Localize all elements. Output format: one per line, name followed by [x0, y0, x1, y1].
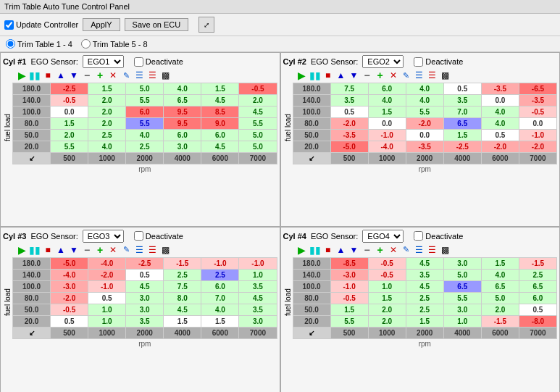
cell-cyl1-2-1[interactable]: 2.0 — [88, 107, 126, 118]
plus-icon[interactable]: + — [375, 70, 386, 81]
plus-icon[interactable]: + — [375, 244, 386, 256]
cell-cyl1-1-4[interactable]: 4.5 — [201, 95, 239, 107]
cell-cyl2-5-3[interactable]: -2.5 — [443, 141, 481, 153]
cell-cyl2-1-2[interactable]: 4.0 — [406, 95, 443, 107]
cell-cyl1-2-3[interactable]: 9.5 — [164, 107, 201, 118]
cell-cyl4-2-1[interactable]: 1.0 — [368, 280, 406, 292]
cell-cyl2-3-5[interactable]: 0.0 — [519, 118, 556, 130]
stop-icon[interactable]: ■ — [322, 70, 334, 81]
cell-cyl2-1-4[interactable]: 0.0 — [481, 95, 519, 107]
cell-cyl1-3-2[interactable]: 5.5 — [126, 118, 164, 130]
pause-icon[interactable]: ▮▮ — [29, 70, 41, 81]
cell-cyl2-2-3[interactable]: 7.0 — [443, 107, 481, 118]
stop-icon[interactable]: ■ — [42, 70, 54, 81]
cell-cyl2-1-5[interactable]: -3.5 — [519, 95, 556, 107]
update-controller-checkbox-label[interactable]: Update Controller — [4, 20, 78, 30]
cell-cyl4-5-4[interactable]: -1.5 — [481, 315, 519, 327]
cell-cyl3-2-5[interactable]: 3.5 — [239, 280, 277, 292]
cell-cyl4-2-2[interactable]: 4.5 — [406, 280, 443, 292]
trim-table-1-4-label[interactable]: Trim Table 1 - 4 — [6, 39, 72, 49]
bars-multi-icon[interactable]: ▩ — [440, 244, 451, 256]
cell-cyl1-1-2[interactable]: 5.5 — [126, 95, 164, 107]
cell-cyl2-0-3[interactable]: 0.5 — [443, 83, 481, 95]
cell-cyl4-1-0[interactable]: -3.0 — [330, 269, 368, 280]
cell-cyl2-3-3[interactable]: 6.5 — [443, 118, 481, 130]
cell-cyl2-4-0[interactable]: -3.5 — [330, 130, 368, 141]
update-controller-checkbox[interactable] — [4, 20, 14, 30]
deactivate-label-cyl3[interactable]: Deactivate — [134, 231, 183, 241]
cell-cyl1-0-3[interactable]: 4.0 — [164, 83, 201, 95]
pencil-icon[interactable]: ✎ — [401, 70, 412, 81]
cell-cyl1-3-3[interactable]: 9.5 — [164, 118, 201, 130]
cell-cyl3-5-3[interactable]: 1.5 — [164, 315, 201, 327]
sensor-select-cyl1[interactable]: EGO1 — [83, 55, 124, 68]
cell-cyl4-3-4[interactable]: 5.0 — [481, 292, 519, 304]
cell-cyl1-3-4[interactable]: 9.0 — [201, 118, 239, 130]
cell-cyl3-5-0[interactable]: 0.5 — [51, 315, 88, 327]
cell-cyl4-3-1[interactable]: 1.5 — [368, 292, 406, 304]
cell-cyl4-2-3[interactable]: 6.5 — [443, 280, 481, 292]
expand-button[interactable]: ⤢ — [198, 17, 214, 33]
cell-cyl1-5-3[interactable]: 3.0 — [164, 141, 201, 153]
cell-cyl3-1-4[interactable]: 2.5 — [201, 269, 239, 280]
cell-cyl4-3-3[interactable]: 5.5 — [443, 292, 481, 304]
cell-cyl3-0-5[interactable]: -1.0 — [239, 257, 277, 269]
cell-cyl1-4-0[interactable]: 2.0 — [51, 130, 88, 141]
cell-cyl1-4-2[interactable]: 4.0 — [126, 130, 164, 141]
cell-cyl2-1-0[interactable]: 3.5 — [330, 95, 368, 107]
cell-cyl2-2-5[interactable]: -0.5 — [519, 107, 556, 118]
cell-cyl4-1-2[interactable]: 3.5 — [406, 269, 443, 280]
cell-cyl4-1-3[interactable]: 5.0 — [443, 269, 481, 280]
sensor-select-cyl4[interactable]: EGO4 — [362, 230, 404, 243]
cell-cyl3-0-3[interactable]: -1.5 — [164, 257, 201, 269]
cell-cyl4-4-4[interactable]: 2.0 — [481, 304, 519, 315]
x-icon[interactable]: ✕ — [107, 70, 119, 81]
down-icon[interactable]: ▼ — [348, 70, 360, 81]
cell-cyl2-2-2[interactable]: 5.5 — [406, 107, 443, 118]
cell-cyl3-0-1[interactable]: -4.0 — [88, 257, 126, 269]
cell-cyl3-1-0[interactable]: -4.0 — [51, 269, 88, 280]
pencil-icon[interactable]: ✎ — [120, 244, 132, 256]
cell-cyl1-3-5[interactable]: 5.5 — [239, 118, 277, 130]
deactivate-label-cyl4[interactable]: Deactivate — [414, 231, 463, 241]
cell-cyl3-1-3[interactable]: 2.5 — [164, 269, 201, 280]
cell-cyl2-2-4[interactable]: 4.0 — [481, 107, 519, 118]
cell-cyl2-0-1[interactable]: 6.0 — [368, 83, 406, 95]
bars-blue-icon[interactable]: ☰ — [133, 244, 145, 256]
deactivate-label-cyl1[interactable]: Deactivate — [134, 57, 183, 67]
cell-cyl2-3-0[interactable]: -2.0 — [330, 118, 368, 130]
cell-cyl2-3-2[interactable]: -2.0 — [406, 118, 443, 130]
cell-cyl4-2-4[interactable]: 6.5 — [481, 280, 519, 292]
cell-cyl2-3-1[interactable]: 0.0 — [368, 118, 406, 130]
pencil-icon[interactable]: ✎ — [120, 70, 132, 81]
pause-icon[interactable]: ▮▮ — [29, 244, 41, 256]
cell-cyl4-4-2[interactable]: 2.5 — [406, 304, 443, 315]
up-icon[interactable]: ▲ — [55, 70, 67, 81]
deactivate-label-cyl2[interactable]: Deactivate — [414, 57, 463, 67]
cell-cyl2-1-3[interactable]: 3.5 — [443, 95, 481, 107]
cell-cyl1-4-3[interactable]: 6.0 — [164, 130, 201, 141]
cell-cyl1-2-0[interactable]: 0.0 — [51, 107, 88, 118]
cell-cyl2-0-0[interactable]: 7.5 — [330, 83, 368, 95]
cell-cyl2-0-5[interactable]: -6.5 — [519, 83, 556, 95]
x-icon[interactable]: ✕ — [388, 244, 399, 256]
bars-multi-icon[interactable]: ▩ — [159, 70, 171, 81]
x-icon[interactable]: ✕ — [388, 70, 399, 81]
plus-icon[interactable]: + — [94, 70, 106, 81]
cell-cyl3-2-1[interactable]: -1.0 — [88, 280, 126, 292]
cell-cyl2-2-0[interactable]: 0.5 — [330, 107, 368, 118]
cell-cyl3-2-0[interactable]: -3.0 — [51, 280, 88, 292]
up-icon[interactable]: ▲ — [335, 70, 347, 81]
down-icon[interactable]: ▼ — [68, 70, 80, 81]
cell-cyl3-3-1[interactable]: 0.5 — [88, 292, 126, 304]
bars-multi-icon[interactable]: ▩ — [159, 244, 171, 256]
cell-cyl3-2-4[interactable]: 6.0 — [201, 280, 239, 292]
sensor-select-cyl3[interactable]: EGO3 — [83, 230, 124, 243]
cell-cyl1-0-0[interactable]: -2.5 — [51, 83, 88, 95]
bars-red-icon[interactable]: ☰ — [427, 244, 438, 256]
cell-cyl1-2-4[interactable]: 8.5 — [201, 107, 239, 118]
run-icon[interactable]: ▶ — [296, 70, 308, 81]
cell-cyl3-4-3[interactable]: 4.5 — [164, 304, 201, 315]
cell-cyl2-4-2[interactable]: 0.0 — [406, 130, 443, 141]
cell-cyl4-3-5[interactable]: 6.0 — [519, 292, 556, 304]
